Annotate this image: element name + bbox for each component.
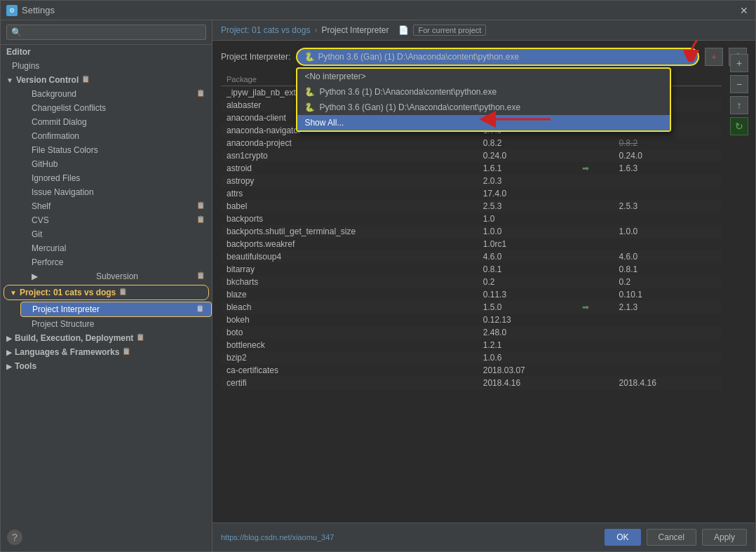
table-row: bokeh0.12.13	[221, 314, 722, 326]
plugins-label: Plugins	[12, 61, 39, 71]
bottom-bar: https://blog.csdn.net/xiaomu_347 OK Canc…	[212, 523, 755, 551]
tools-label: Tools	[15, 361, 36, 371]
copy-icon-project: 📋	[119, 288, 128, 297]
table-row: ca-certificates2018.03.07	[221, 364, 722, 377]
search-input[interactable]	[6, 25, 206, 40]
build-label: Build, Execution, Deployment	[15, 333, 133, 343]
breadcrumb-icon: 📄	[398, 25, 409, 35]
expand-arrow: ▼	[6, 76, 13, 84]
project-items: Project Interpreter 📋 Project Structure	[1, 302, 212, 331]
dropdown-no-interpreter[interactable]: <No interpreter>	[297, 69, 670, 84]
sidebar-item-ignored[interactable]: Ignored Files	[20, 171, 212, 185]
sidebar-item-filestatus[interactable]: File Status Colors	[20, 143, 212, 157]
table-row: bitarray0.8.10.8.1	[221, 263, 722, 276]
table-row: babel2.5.32.5.3	[221, 200, 722, 213]
sidebar-item-plugins[interactable]: Plugins	[1, 59, 212, 73]
copy-icon-interp: 📋	[196, 304, 205, 314]
sidebar-group-version-control[interactable]: ▼ Version Control 📋	[1, 73, 212, 87]
sidebar-item-mercurial[interactable]: Mercurial	[20, 241, 212, 255]
sidebar: Editor Plugins ▼ Version Control 📋 Backg…	[1, 20, 212, 551]
add-package-btn[interactable]: +	[730, 54, 748, 72]
project-arrow: ▼	[10, 289, 17, 297]
sidebar-item-cvs[interactable]: CVS 📋	[20, 213, 212, 227]
table-row: bottleneck1.2.1	[221, 339, 722, 351]
ok-button[interactable]: OK	[605, 529, 640, 546]
sidebar-item-git[interactable]: Git	[20, 227, 212, 241]
table-row: certifi2018.4.162018.4.16	[221, 377, 722, 389]
refresh-btn[interactable]: ↻	[730, 117, 748, 135]
sidebar-group-tools[interactable]: ▶ Tools	[1, 359, 212, 373]
tools-arrow: ▶	[6, 363, 12, 370]
cancel-button[interactable]: Cancel	[647, 529, 696, 546]
dropdown-python36-1[interactable]: 🐍 Python 3.6 (1) D:\Anaconda\content\pyt…	[297, 84, 670, 100]
table-row: backports.weakref1.0rc1	[221, 238, 722, 250]
version-control-label: Version Control	[16, 75, 79, 85]
sidebar-item-interpreter[interactable]: Project Interpreter 📋	[20, 302, 212, 317]
copy-icon-cvs: 📋	[196, 215, 206, 225]
table-row: boto2.48.0	[221, 326, 722, 339]
sidebar-item-structure[interactable]: Project Structure	[20, 317, 212, 331]
table-row: anaconda-project0.8.20.8.2	[221, 137, 722, 149]
table-row: bleach1.5.0➡2.1.3	[221, 301, 722, 314]
table-row: astropy2.0.3	[221, 175, 722, 187]
table-row: beautifulsoup44.6.04.6.0	[221, 250, 722, 263]
sidebar-group-build[interactable]: ▶ Build, Execution, Deployment 📋	[1, 331, 212, 345]
copy-icon-build: 📋	[136, 333, 146, 343]
sidebar-group-project[interactable]: ▼ Project: 01 cats vs dogs 📋	[4, 285, 209, 300]
remove-package-btn[interactable]: −	[730, 75, 748, 93]
sidebar-item-changelist[interactable]: Changelist Conflicts	[20, 101, 212, 115]
copy-icon-sub: 📋	[196, 271, 206, 281]
table-row: asn1crypto0.24.00.24.0	[221, 149, 722, 162]
vc-items: Background 📋 Changelist Conflicts Commit…	[1, 87, 212, 283]
title-bar-left: ⚙ Settings	[6, 5, 55, 16]
breadcrumb-tag: For current project	[413, 25, 486, 36]
interpreter-row: Project Interpreter: 🐍 Python 3.6 (Gan) …	[221, 48, 747, 66]
interpreter-section: Project Interpreter: 🐍 Python 3.6 (Gan) …	[221, 48, 747, 66]
breadcrumb: Project: 01 cats vs dogs › Project Inter…	[212, 20, 755, 41]
search-box	[1, 20, 212, 45]
sidebar-item-github[interactable]: GitHub	[20, 157, 212, 171]
show-all-label: Show All...	[304, 118, 344, 128]
right-panel: Project: 01 cats vs dogs › Project Inter…	[212, 20, 755, 551]
panel-content: Project Interpreter: 🐍 Python 3.6 (Gan) …	[212, 41, 755, 523]
sidebar-item-editor[interactable]: Editor	[1, 45, 212, 59]
sidebar-item-issue-nav[interactable]: Issue Navigation	[20, 185, 212, 199]
breadcrumb-project[interactable]: Project: 01 cats vs dogs	[221, 25, 310, 35]
table-row: attrs17.4.0	[221, 187, 722, 200]
help-button[interactable]: ?	[7, 530, 22, 545]
settings-window: ⚙ Settings ✕ Editor Plugins ▼ Version Co…	[0, 0, 756, 552]
build-arrow: ▶	[6, 335, 12, 342]
sidebar-item-shelf[interactable]: Shelf 📋	[20, 199, 212, 213]
subversion-arrow: ▶	[32, 271, 38, 281]
python-icon-1: 🐍	[304, 87, 315, 97]
upgrade-btn[interactable]: ↑	[730, 96, 748, 114]
table-row: backports1.0	[221, 213, 722, 225]
table-row: astroid1.6.1➡1.6.3	[221, 162, 722, 175]
sidebar-item-subversion[interactable]: ▶ Subversion 📋	[20, 269, 212, 283]
add-interpreter-btn[interactable]: +	[705, 48, 723, 66]
main-content: Editor Plugins ▼ Version Control 📋 Backg…	[1, 20, 755, 551]
project-label: Project: 01 cats vs dogs	[20, 288, 116, 297]
close-button[interactable]: ✕	[738, 5, 750, 16]
editor-label: Editor	[6, 47, 31, 57]
settings-icon: ⚙	[6, 5, 18, 16]
breadcrumb-sep: ›	[314, 25, 317, 35]
window-title: Settings	[22, 5, 55, 15]
apply-button[interactable]: Apply	[702, 529, 747, 546]
copy-icon-lang: 📋	[122, 347, 132, 357]
table-row: bzip21.0.6	[221, 351, 722, 364]
interpreter-select[interactable]: 🐍 Python 3.6 (Gan) (1) D:\Anaconda\conte…	[296, 48, 699, 66]
sidebar-item-commit[interactable]: Commit Dialog	[20, 115, 212, 129]
sidebar-item-confirmation[interactable]: Confirmation	[20, 129, 212, 143]
interpreter-value: Python 3.6 (Gan) (1) D:\Anaconda\content…	[318, 52, 519, 62]
dropdown-show-all[interactable]: Show All...	[297, 115, 670, 130]
table-row: blaze0.11.30.10.1	[221, 288, 722, 301]
sidebar-item-perforce[interactable]: Perforce	[20, 255, 212, 269]
sidebar-group-languages[interactable]: ▶ Languages & Frameworks 📋	[1, 345, 212, 359]
lang-arrow: ▶	[6, 349, 12, 356]
dropdown-python36-gan[interactable]: 🐍 Python 3.6 (Gan) (1) D:\Anaconda\conte…	[297, 100, 670, 115]
footer-link: https://blog.csdn.net/xiaomu_347	[221, 533, 599, 541]
interpreter-dropdown: <No interpreter> 🐍 Python 3.6 (1) D:\Ana…	[296, 67, 671, 132]
languages-label: Languages & Frameworks	[15, 347, 119, 357]
sidebar-item-background[interactable]: Background 📋	[20, 87, 212, 101]
